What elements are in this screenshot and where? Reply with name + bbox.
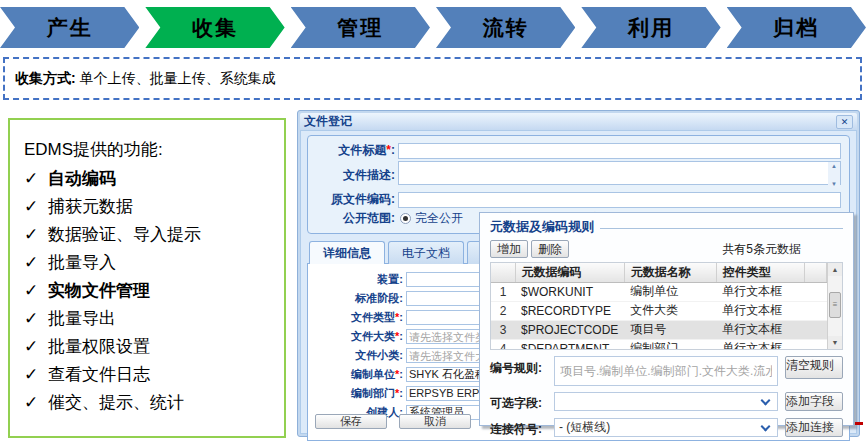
field-label: 原文件编码: bbox=[308, 191, 398, 208]
row-type: 单行文本框 bbox=[716, 320, 804, 339]
feature-item: ✓捕获元数据 bbox=[24, 193, 276, 221]
collect-method-text: 单个上传、批量上传、系统集成 bbox=[80, 70, 276, 88]
scroll-down-icon[interactable]: ▼ bbox=[828, 336, 842, 349]
table-row[interactable]: 4 $DEPARTMENT 编制部门 单行文本框 bbox=[491, 339, 827, 350]
dialog-titlebar: 文件登记 ✕ bbox=[300, 113, 857, 130]
title-divider bbox=[600, 228, 843, 229]
collect-method-label: 收集方式: bbox=[15, 70, 76, 88]
add-connector-button[interactable]: 添加连接 bbox=[785, 418, 843, 437]
feature-text: 批量导出 bbox=[48, 305, 116, 333]
scroll-down-icon[interactable]: ▼ bbox=[831, 180, 837, 188]
row-empty bbox=[804, 339, 826, 350]
file-description-wrap: ▲ ▼ bbox=[398, 161, 841, 189]
table-scrollbar[interactable]: ▲ ≡ ▼ bbox=[827, 263, 842, 349]
flow-step-circulate: 流转 bbox=[436, 7, 575, 48]
flow-step-archive: 归档 bbox=[727, 7, 866, 48]
flow-step-label: 利用 bbox=[628, 14, 674, 42]
row-name: 项目号 bbox=[624, 320, 716, 339]
table-row[interactable]: 1 $WORKUNIT 编制单位 单行文本框 bbox=[491, 282, 827, 301]
flow-step-label: 归档 bbox=[773, 14, 819, 42]
row-name: 编制部门 bbox=[624, 339, 716, 350]
field-row-original-code: 原文件编码: bbox=[308, 191, 841, 208]
scope-label: 公开范围: bbox=[308, 210, 398, 227]
file-title-input[interactable] bbox=[398, 143, 841, 159]
feature-item: ✓批量导出 bbox=[24, 305, 276, 333]
radio-public-icon[interactable] bbox=[400, 213, 411, 224]
header-type: 控件类型 bbox=[716, 263, 804, 282]
panel-title: 元数据及编码规则 bbox=[490, 218, 594, 236]
numbering-rule-row: 编号规则: 清空规则 bbox=[490, 356, 843, 386]
form-label: 文件类型*: bbox=[308, 310, 406, 325]
feature-text: 批量导入 bbox=[48, 249, 116, 277]
check-icon: ✓ bbox=[24, 305, 48, 333]
optional-field-label: 可选字段: bbox=[490, 391, 554, 412]
row-code: $PROJECTCODE bbox=[515, 320, 624, 339]
numbering-rule-label: 编号规则: bbox=[490, 356, 554, 386]
optional-field-row: 可选字段: 添加字段 bbox=[490, 391, 843, 412]
connector-label: 连接符号: bbox=[490, 417, 554, 438]
numbering-rule-input[interactable] bbox=[554, 356, 778, 386]
add-field-button[interactable]: 添加字段 bbox=[785, 392, 843, 411]
row-code: $RECORDTYPE bbox=[515, 301, 624, 320]
file-description-input[interactable] bbox=[398, 161, 841, 185]
table-row-selected[interactable]: 3 $PROJECTCODE 项目号 单行文本框 bbox=[491, 320, 827, 339]
clear-rule-button[interactable]: 清空规则 bbox=[785, 356, 843, 379]
metadata-table-wrap: 元数据编码 元数据名称 控件类型 1 $WORKUNIT 编制单位 单行文本框 … bbox=[490, 262, 843, 350]
table-header-row: 元数据编码 元数据名称 控件类型 bbox=[491, 263, 827, 282]
flow-step-manage: 管理 bbox=[291, 7, 430, 48]
row-num: 2 bbox=[491, 301, 515, 320]
table-row[interactable]: 2 $RECORDTYPE 文件大类 单行文本框 bbox=[491, 301, 827, 320]
flow-step-produce: 产生 bbox=[0, 7, 139, 48]
panel-title-row: 元数据及编码规则 bbox=[490, 218, 843, 236]
chevron-down-icon[interactable] bbox=[761, 421, 771, 431]
row-name: 编制单位 bbox=[624, 282, 716, 301]
panel-toolbar: 增加 删除 共有5条元数据 bbox=[490, 240, 843, 258]
metadata-rules-panel: 元数据及编码规则 增加 删除 共有5条元数据 元数据编码 元数据名称 控件类型 … bbox=[479, 212, 854, 426]
field-label: 文件描述: bbox=[308, 167, 398, 184]
collect-method-note: 收集方式: 单个上传、批量上传、系统集成 bbox=[3, 57, 862, 100]
original-code-input[interactable] bbox=[398, 192, 841, 208]
header-num bbox=[491, 263, 515, 282]
feature-item: ✓批量权限设置 bbox=[24, 333, 276, 361]
scroll-up-icon[interactable]: ▲ bbox=[828, 263, 842, 276]
connector-select[interactable]: - (短横线) bbox=[554, 418, 778, 437]
optional-field-select[interactable] bbox=[554, 392, 778, 411]
flow-step-collect: 收集 bbox=[145, 7, 284, 48]
tab-detail-info[interactable]: 详细信息 bbox=[309, 241, 385, 264]
red-annotation-mark bbox=[855, 422, 863, 425]
field-row-description: 文件描述: ▲ ▼ bbox=[308, 161, 841, 189]
dialog-title: 文件登记 bbox=[304, 113, 352, 130]
feature-item: ✓数据验证、导入提示 bbox=[24, 221, 276, 249]
save-button[interactable]: 保存 bbox=[315, 414, 387, 429]
row-num: 4 bbox=[491, 339, 515, 350]
feature-text: 数据验证、导入提示 bbox=[48, 221, 201, 249]
feature-text: 捕获元数据 bbox=[48, 193, 133, 221]
feature-text: 实物文件管理 bbox=[48, 277, 150, 305]
check-icon: ✓ bbox=[24, 221, 48, 249]
cancel-button[interactable]: 取消 bbox=[399, 414, 471, 429]
feature-text: 自动编码 bbox=[48, 165, 116, 193]
row-type: 单行文本框 bbox=[716, 301, 804, 320]
check-icon: ✓ bbox=[24, 193, 48, 221]
row-name: 文件大类 bbox=[624, 301, 716, 320]
metadata-table: 元数据编码 元数据名称 控件类型 1 $WORKUNIT 编制单位 单行文本框 … bbox=[491, 263, 827, 350]
header-empty bbox=[804, 263, 826, 282]
feature-item: ✓催交、提示、统计 bbox=[24, 389, 276, 417]
delete-metadata-button[interactable]: 删除 bbox=[531, 240, 569, 258]
header-code: 元数据编码 bbox=[515, 263, 624, 282]
radio-public-label[interactable]: 完全公开 bbox=[415, 210, 463, 227]
row-num: 1 bbox=[491, 282, 515, 301]
dialog-footer: 保存 取消 bbox=[315, 414, 471, 429]
scroll-up-icon[interactable]: ▲ bbox=[831, 162, 837, 170]
textarea-scroll: ▲ ▼ bbox=[828, 162, 840, 188]
row-code: $WORKUNIT bbox=[515, 282, 624, 301]
field-row-title: 文件标题*: bbox=[308, 142, 841, 159]
scrollbar-thumb[interactable]: ≡ bbox=[829, 292, 841, 318]
chevron-down-icon[interactable] bbox=[761, 395, 771, 405]
add-metadata-button[interactable]: 增加 bbox=[490, 240, 528, 258]
close-icon[interactable]: ✕ bbox=[836, 115, 853, 129]
feature-item: ✓实物文件管理 bbox=[24, 277, 276, 305]
scrollbar-track[interactable]: ≡ bbox=[828, 276, 842, 336]
tab-electronic-doc[interactable]: 电子文档 bbox=[388, 241, 464, 264]
form-label: 编制单位*: bbox=[308, 367, 406, 382]
